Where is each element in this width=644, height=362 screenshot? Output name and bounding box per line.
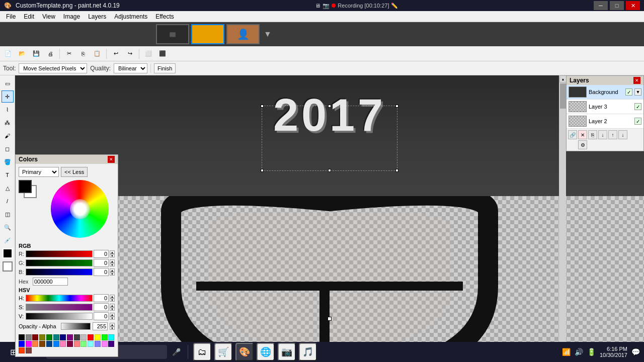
menu-file[interactable]: File xyxy=(2,12,20,21)
palette-color-17[interactable] xyxy=(39,341,45,347)
layer-expand-background[interactable]: ▼ xyxy=(634,88,641,96)
h-slider-track[interactable] xyxy=(26,295,93,302)
h-down[interactable]: ▼ xyxy=(110,298,115,302)
palette-color-24[interactable] xyxy=(88,341,94,347)
layer-row-2[interactable]: Layer 2 ✓ xyxy=(567,114,643,129)
palette-color-3[interactable] xyxy=(39,334,45,340)
maximize-button[interactable]: □ xyxy=(610,1,624,10)
layers-close-button[interactable]: ✕ xyxy=(633,77,640,84)
colors-close-button[interactable]: ✕ xyxy=(108,156,115,163)
minimize-button[interactable]: ─ xyxy=(594,1,608,10)
clock[interactable]: 6:16 PM 10/30/2017 xyxy=(600,346,627,358)
menu-view[interactable]: View xyxy=(38,12,59,21)
menu-layers[interactable]: Layers xyxy=(84,12,110,21)
title-bar-right[interactable]: ─ □ ✕ xyxy=(594,1,640,10)
menu-image[interactable]: Image xyxy=(59,12,84,21)
vscroll-thumb[interactable] xyxy=(560,83,566,109)
s-value-input[interactable] xyxy=(94,303,109,311)
menu-effects[interactable]: Effects xyxy=(151,12,178,21)
r-up[interactable]: ▲ xyxy=(110,250,115,254)
h-up[interactable]: ▲ xyxy=(110,295,115,298)
taskbar-paintnet-button[interactable]: 🎨 xyxy=(235,343,254,361)
tool-eraser[interactable]: ◻ xyxy=(2,143,14,155)
thumbnail-1[interactable]: ▓▓ xyxy=(156,24,189,44)
s-spinner[interactable]: ▲ ▼ xyxy=(110,304,115,311)
color-wheel[interactable] xyxy=(51,180,109,238)
layers-duplicate-button[interactable]: ⎘ xyxy=(588,130,597,139)
deselect-button[interactable]: ⬜ xyxy=(142,48,154,60)
palette-color-2[interactable] xyxy=(32,334,38,340)
tool-rectangle-select[interactable]: ▭ xyxy=(2,77,14,89)
palette-color-13[interactable] xyxy=(108,334,114,340)
palette-color-4[interactable] xyxy=(46,334,52,340)
b-value-input[interactable] xyxy=(94,268,109,276)
volume-icon[interactable]: 🔊 xyxy=(575,348,583,356)
menu-edit[interactable]: Edit xyxy=(20,12,38,21)
layers-movedown-button[interactable]: ↓ xyxy=(618,130,627,139)
palette-color-7[interactable] xyxy=(67,334,73,340)
taskbar-app5-button[interactable]: 📷 xyxy=(278,343,296,361)
palette-color-28[interactable] xyxy=(19,347,25,353)
palette-color-9[interactable] xyxy=(80,334,87,340)
layer-row-3[interactable]: Layer 3 ✓ xyxy=(567,100,643,114)
palette-color-12[interactable] xyxy=(102,334,108,340)
tool-text[interactable]: T xyxy=(2,169,14,181)
network-icon[interactable]: 📶 xyxy=(562,348,571,356)
tool-paintbrush[interactable]: 🖌 xyxy=(2,130,14,142)
v-spinner[interactable]: ▲ ▼ xyxy=(110,313,115,320)
voice-search-button[interactable]: 🎤 xyxy=(170,348,183,356)
v-value-input[interactable] xyxy=(94,312,109,320)
r-spinner[interactable]: ▲ ▼ xyxy=(110,250,115,257)
layers-link-button[interactable]: 🔗 xyxy=(568,130,577,139)
palette-color-27[interactable] xyxy=(108,341,114,347)
layers-moveup-button[interactable]: ↑ xyxy=(608,130,617,139)
taskbar-app6-button[interactable]: 🎵 xyxy=(299,343,317,361)
layer-visibility-3[interactable]: ✓ xyxy=(634,103,641,110)
tool-lasso[interactable]: ⌇ xyxy=(2,104,14,116)
taskbar-chrome-button[interactable]: 🌐 xyxy=(257,343,275,361)
b-spinner[interactable]: ▲ ▼ xyxy=(110,268,115,276)
opacity-up[interactable]: ▲ xyxy=(110,323,115,326)
tool-zoom[interactable]: 🔍 xyxy=(2,221,14,233)
palette-color-20[interactable] xyxy=(60,341,66,347)
save-button[interactable]: 💾 xyxy=(30,48,42,60)
palette-color-0[interactable] xyxy=(19,334,25,340)
palette-color-11[interactable] xyxy=(95,334,101,340)
g-value-input[interactable] xyxy=(94,259,109,267)
layer-visibility-2[interactable]: ✓ xyxy=(634,118,641,125)
b-down[interactable]: ▼ xyxy=(110,272,115,276)
open-button[interactable]: 📂 xyxy=(16,48,28,60)
tool-gradient[interactable]: ◫ xyxy=(2,208,14,220)
foreground-color-indicator[interactable] xyxy=(3,248,13,258)
v-slider-track[interactable] xyxy=(26,313,93,320)
taskbar-explorer-button[interactable]: 🗂 xyxy=(193,343,211,361)
print-button[interactable]: 🖨 xyxy=(44,48,56,60)
layer-row-background[interactable]: Background ✓ ▼ xyxy=(567,85,643,100)
cut-button[interactable]: ✂ xyxy=(63,48,75,60)
v-down[interactable]: ▼ xyxy=(110,316,115,320)
less-button[interactable]: << Less xyxy=(61,167,88,177)
battery-icon[interactable]: 🔋 xyxy=(587,348,596,356)
g-spinner[interactable]: ▲ ▼ xyxy=(110,259,115,266)
undo-button[interactable]: ↩ xyxy=(110,48,122,60)
primary-mode-select[interactable]: Primary xyxy=(19,167,59,177)
palette-color-26[interactable] xyxy=(102,341,108,347)
v-up[interactable]: ▲ xyxy=(110,313,115,316)
close-button[interactable]: ✕ xyxy=(626,1,640,10)
opacity-spinner[interactable]: ▲ ▼ xyxy=(110,323,115,330)
opacity-value-input[interactable] xyxy=(93,322,108,330)
palette-color-15[interactable] xyxy=(26,341,32,347)
redo-button[interactable]: ↪ xyxy=(124,48,136,60)
opacity-down[interactable]: ▼ xyxy=(110,326,115,330)
h-value-input[interactable] xyxy=(94,294,109,302)
palette-color-16[interactable] xyxy=(32,341,38,347)
g-down[interactable]: ▼ xyxy=(110,263,115,266)
r-value-input[interactable] xyxy=(94,250,109,258)
vscroll-up-button[interactable]: ▲ xyxy=(559,75,567,82)
quality-select[interactable]: Bilinear xyxy=(114,63,147,73)
tool-move[interactable]: ✛ xyxy=(2,90,14,103)
tool-select[interactable]: Move Selected Pixels xyxy=(19,63,87,73)
menu-adjustments[interactable]: Adjustments xyxy=(110,12,151,21)
tool-magic-wand[interactable]: ⁂ xyxy=(2,117,14,129)
background-color-indicator[interactable] xyxy=(3,261,13,272)
